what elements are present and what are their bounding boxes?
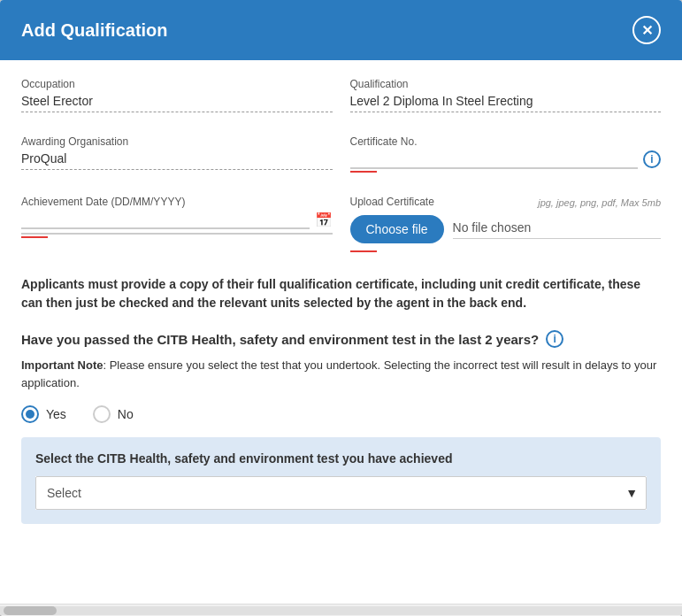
radio-group: Yes No	[21, 405, 661, 423]
qualification-field: Qualification Level 2 Diploma In Steel E…	[350, 78, 662, 121]
notice-text: Applicants must provide a copy of their …	[21, 275, 661, 312]
upload-label: Upload Certificate	[350, 196, 434, 208]
upload-error-line	[350, 250, 377, 252]
upload-input-row: Choose file No file chosen	[350, 215, 662, 243]
achievement-date-label: Achievement Date (DD/MM/YYYY)	[21, 196, 333, 208]
citb-select[interactable]: Select	[35, 476, 647, 510]
horizontal-scrollbar[interactable]	[0, 604, 682, 616]
occupation-value: Steel Erector	[21, 92, 333, 112]
citb-select-wrapper: Select ▼	[35, 476, 647, 510]
radio-yes[interactable]: Yes	[21, 405, 66, 423]
radio-no-label: No	[118, 407, 134, 421]
achievement-date-field: Achievement Date (DD/MM/YYYY) 📅	[21, 196, 333, 261]
occupation-label: Occupation	[21, 78, 333, 90]
important-text: : Please ensure you select the test that…	[21, 358, 656, 389]
radio-no[interactable]: No	[93, 405, 134, 423]
qualification-label: Qualification	[350, 78, 662, 90]
radio-yes-label: Yes	[46, 407, 66, 421]
achievement-date-input[interactable]	[21, 210, 310, 229]
close-button[interactable]: ✕	[632, 16, 661, 44]
important-label: Important Note	[21, 358, 103, 372]
certificate-error-line	[350, 171, 377, 173]
question-text: Have you passed the CITB Health, safety …	[21, 332, 539, 347]
question-row: Have you passed the CITB Health, safety …	[21, 330, 661, 348]
certificate-no-label: Certificate No.	[350, 135, 662, 148]
achievement-date-input-row: 📅	[21, 210, 333, 235]
certificate-no-field: Certificate No. i	[350, 135, 662, 181]
calendar-icon[interactable]: 📅	[315, 212, 333, 228]
h-scrollbar-track	[0, 606, 682, 615]
modal-container: Add Qualification ✕ Occupation Steel Ere…	[0, 0, 682, 616]
certificate-no-input[interactable]	[350, 150, 639, 169]
form-grid-row1: Occupation Steel Erector Qualification L…	[21, 78, 661, 121]
awarding-org-field: Awarding Organisation ProQual	[21, 135, 333, 181]
citb-box-title: Select the CITB Health, safety and envir…	[35, 451, 647, 466]
upload-hint: jpg, jpeg, png, pdf, Max 5mb	[538, 197, 661, 208]
awarding-org-value: ProQual	[21, 150, 333, 170]
modal-title: Add Qualification	[21, 20, 168, 41]
close-icon: ✕	[641, 22, 653, 39]
question-info-icon[interactable]: i	[546, 330, 563, 348]
form-grid-row2: Awarding Organisation ProQual Certificat…	[21, 135, 661, 181]
form-grid-row3: Achievement Date (DD/MM/YYYY) 📅 Upload C…	[21, 196, 661, 261]
occupation-field: Occupation Steel Erector	[21, 78, 333, 121]
modal-body: Occupation Steel Erector Qualification L…	[0, 60, 682, 604]
upload-label-row: Upload Certificate jpg, jpeg, png, pdf, …	[350, 196, 662, 210]
choose-file-button[interactable]: Choose file	[350, 215, 444, 243]
h-scrollbar-thumb	[4, 606, 57, 615]
important-note: Important Note: Please ensure you select…	[21, 357, 661, 391]
no-file-label: No file chosen	[453, 220, 661, 239]
qualification-value: Level 2 Diploma In Steel Erecting	[350, 92, 662, 112]
certificate-no-input-row: i	[350, 150, 662, 169]
modal-header: Add Qualification ✕	[0, 0, 682, 60]
radio-no-circle[interactable]	[93, 405, 111, 423]
upload-certificate-field: Upload Certificate jpg, jpeg, png, pdf, …	[350, 196, 662, 261]
citb-selection-box: Select the CITB Health, safety and envir…	[21, 437, 661, 524]
certificate-info-icon[interactable]: i	[643, 150, 661, 168]
awarding-org-label: Awarding Organisation	[21, 135, 333, 148]
achievement-error-line	[21, 236, 48, 238]
radio-yes-circle[interactable]	[21, 405, 39, 423]
